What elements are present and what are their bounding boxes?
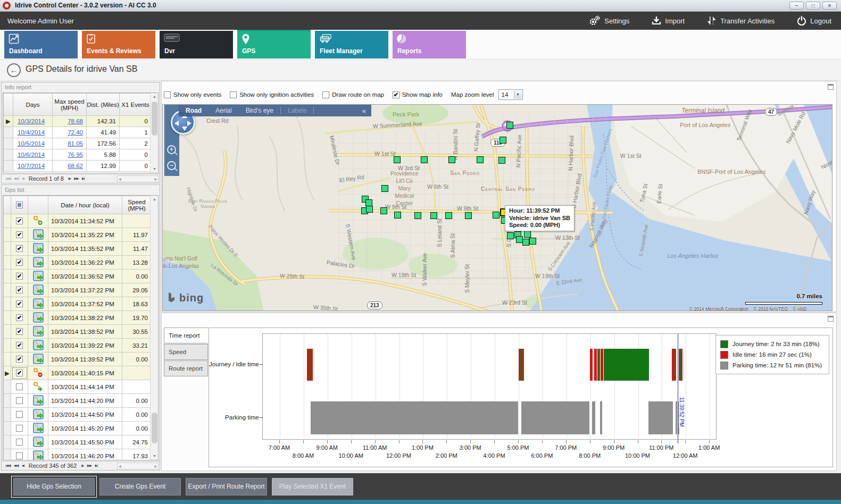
gps-marker[interactable] bbox=[366, 206, 373, 213]
max-speed-link[interactable]: 81.05 bbox=[68, 140, 83, 147]
column-header[interactable]: Days bbox=[13, 94, 53, 116]
row-checkbox[interactable] bbox=[16, 383, 23, 390]
checkbox[interactable] bbox=[164, 91, 171, 98]
checkbox[interactable] bbox=[230, 91, 237, 98]
tab-dashboard[interactable]: Dashboard bbox=[4, 31, 78, 58]
column-header[interactable]: X1 Events bbox=[120, 94, 152, 116]
day-link[interactable]: 10/6/2014 bbox=[18, 152, 45, 158]
gps-marker[interactable] bbox=[414, 212, 421, 219]
max-speed-link[interactable]: 78.68 bbox=[68, 118, 83, 124]
gps-row[interactable]: 10/3/2014 11:44:50 PM0.00 bbox=[4, 408, 152, 422]
map-zoom-select[interactable]: 14▼ bbox=[498, 89, 523, 100]
report-tab-speed-graphic[interactable]: Speed graphic bbox=[164, 344, 208, 360]
table-row[interactable]: 10/6/201476.955.880 bbox=[4, 149, 152, 161]
row-checkbox[interactable]: ✔ bbox=[16, 328, 23, 335]
row-checkbox[interactable] bbox=[16, 411, 23, 418]
gps-row[interactable]: ✔10/3/2014 11:36:22 PM13.28 bbox=[4, 256, 152, 270]
tab-dvr[interactable]: Dvr bbox=[160, 31, 233, 58]
expand-map-icon[interactable] bbox=[828, 84, 834, 90]
gps-row[interactable]: ✔10/3/2014 11:35:52 PM11.47 bbox=[4, 242, 152, 256]
gps-row[interactable]: ✔10/3/2014 11:36:52 PM0.00 bbox=[4, 270, 152, 283]
gps-marker[interactable] bbox=[522, 239, 529, 246]
action-import[interactable]: Import bbox=[652, 15, 685, 26]
close-button[interactable]: × bbox=[822, 2, 837, 10]
gps-marker[interactable] bbox=[421, 156, 428, 163]
expand-chart-icon[interactable] bbox=[828, 316, 834, 322]
map-mode-labels[interactable]: Labels bbox=[288, 107, 306, 114]
row-checkbox[interactable]: ✔ bbox=[16, 369, 23, 376]
hide-gps-selection-button[interactable]: Hide Gps Selection bbox=[13, 478, 95, 495]
row-checkbox[interactable] bbox=[16, 425, 23, 432]
gps-marker[interactable] bbox=[381, 185, 388, 192]
gps-row[interactable]: ▶✔10/3/2014 11:40:15 PM bbox=[4, 366, 152, 380]
option-show-map-info[interactable]: ✔Show map info bbox=[393, 91, 443, 98]
gps-marker[interactable] bbox=[394, 156, 401, 163]
column-header-speed[interactable]: Speed (MPH) bbox=[122, 196, 152, 214]
gps-list-scrollbar[interactable]: ▲▼ bbox=[150, 196, 158, 460]
row-checkbox[interactable]: ✔ bbox=[16, 342, 23, 349]
select-all-checkbox[interactable] bbox=[16, 201, 23, 208]
action-logout[interactable]: Logout bbox=[797, 15, 831, 26]
option-show-only-ignition-activities[interactable]: Show only ignition activities bbox=[230, 91, 314, 98]
minimize-button[interactable]: – bbox=[789, 2, 804, 10]
gps-list-table[interactable]: Date / hour (local)Speed (MPH)✔10/3/2014… bbox=[3, 196, 152, 460]
table-row[interactable]: 10/5/201481.05172.562 bbox=[4, 138, 152, 149]
gps-marker[interactable] bbox=[529, 238, 536, 245]
table-row[interactable]: ▶10/3/201478.68142.310 bbox=[4, 116, 152, 127]
row-checkbox[interactable] bbox=[16, 439, 23, 446]
gps-marker[interactable] bbox=[499, 137, 506, 144]
gps-marker[interactable] bbox=[465, 212, 472, 219]
row-checkbox[interactable]: ✔ bbox=[16, 314, 23, 321]
map-mode-bird-s-eye[interactable]: Bird's eye bbox=[246, 107, 273, 114]
gps-marker[interactable] bbox=[448, 156, 455, 163]
max-speed-link[interactable]: 76.95 bbox=[68, 152, 83, 158]
gps-marker[interactable] bbox=[498, 157, 505, 164]
day-link[interactable]: 10/3/2014 bbox=[18, 118, 45, 124]
report-tab-time-report[interactable]: Time report bbox=[164, 327, 208, 343]
gps-row[interactable]: ✔10/3/2014 11:35:22 PM11.97 bbox=[4, 228, 152, 242]
gps-row[interactable]: ✔10/3/2014 11:39:52 PM0.00 bbox=[4, 352, 152, 366]
gps-marker[interactable] bbox=[507, 232, 514, 239]
tab-fleet-manager[interactable]: Fleet Manager bbox=[315, 31, 388, 58]
action-transfer-activities[interactable]: Transfer Activities bbox=[707, 15, 775, 26]
info-report-table[interactable]: DaysMax speed (MPH)Dist. (Miles)X1 Event… bbox=[3, 93, 152, 172]
checkbox[interactable]: ✔ bbox=[393, 91, 399, 98]
gps-row[interactable]: ✔10/3/2014 11:39:22 PM33.21 bbox=[4, 339, 152, 352]
gps-marker[interactable] bbox=[524, 231, 531, 238]
export-print-route-report-button[interactable]: Export / Print Route Report bbox=[186, 478, 267, 495]
tab-events-reviews[interactable]: Events & Reviews bbox=[82, 31, 155, 58]
gps-list-navigator[interactable]: |◀◀◀◀◀ Record 345 of 362 ▶▶▶▶| ◀▶ bbox=[2, 461, 160, 470]
map[interactable]: + − RoadAerialBird's eyeLabels« Crest Rd… bbox=[162, 104, 832, 311]
row-checkbox[interactable]: ✔ bbox=[16, 259, 23, 266]
gps-marker[interactable] bbox=[445, 212, 452, 219]
gps-row[interactable]: ✔10/3/2014 11:37:52 PM18.63 bbox=[4, 297, 152, 311]
day-link[interactable]: 10/4/2014 bbox=[18, 129, 45, 136]
tab-reports[interactable]: Reports bbox=[393, 31, 466, 58]
column-header-datetime[interactable]: Date / hour (local) bbox=[48, 196, 122, 214]
table-row[interactable]: 10/7/201468.6212.990 bbox=[4, 161, 152, 172]
map-mode-aerial[interactable]: Aerial bbox=[215, 107, 232, 114]
gps-row[interactable]: 10/3/2014 11:45:20 PM0.00 bbox=[4, 422, 152, 435]
row-checkbox[interactable]: ✔ bbox=[16, 273, 23, 280]
gps-row[interactable]: ✔10/3/2014 11:38:22 PM19.70 bbox=[4, 311, 152, 325]
gps-marker[interactable] bbox=[493, 212, 499, 219]
info-report-scrollbar[interactable]: ▲▼ bbox=[150, 93, 158, 173]
gps-row[interactable]: 10/3/2014 11:45:50 PM24.75 bbox=[4, 435, 152, 449]
row-checkbox[interactable]: ✔ bbox=[16, 245, 23, 252]
action-settings[interactable]: Settings bbox=[589, 15, 629, 26]
gps-row[interactable]: ✔10/3/2014 11:37:22 PM29.05 bbox=[4, 283, 152, 297]
row-checkbox[interactable] bbox=[16, 452, 23, 459]
map-mode-road[interactable]: Road bbox=[186, 107, 202, 114]
row-checkbox[interactable]: ✔ bbox=[16, 356, 23, 363]
gps-row[interactable]: 10/3/2014 11:44:20 PM0.00 bbox=[4, 394, 152, 408]
maximize-button[interactable]: □ bbox=[806, 2, 820, 10]
checkbox[interactable] bbox=[322, 91, 329, 98]
row-checkbox[interactable] bbox=[16, 397, 23, 404]
row-checkbox[interactable]: ✔ bbox=[16, 217, 23, 224]
create-gps-event-button[interactable]: Create Gps Event bbox=[99, 478, 181, 495]
max-speed-link[interactable]: 72.40 bbox=[68, 129, 83, 136]
option-show-only-events[interactable]: Show only events bbox=[164, 91, 221, 98]
column-header[interactable]: Dist. (Miles) bbox=[87, 94, 120, 116]
row-checkbox[interactable]: ✔ bbox=[16, 300, 23, 307]
table-row[interactable]: 10/4/201472.4041.491 bbox=[4, 127, 152, 138]
